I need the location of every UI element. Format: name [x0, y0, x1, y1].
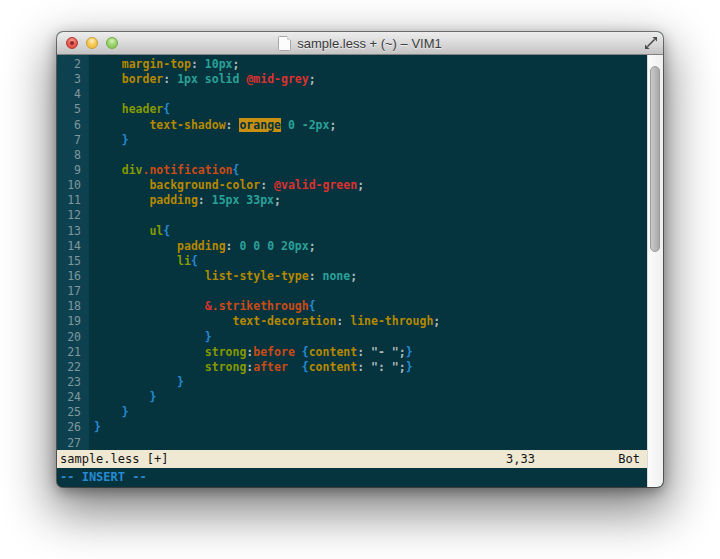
line-number: 5: [57, 102, 89, 117]
line-number: 20: [57, 330, 89, 345]
code-line: padding: 15px 33px;: [94, 193, 647, 208]
line-number: 15: [57, 254, 89, 269]
line-number: 21: [57, 345, 89, 360]
code-line: strong:after {content: ": ";}: [94, 360, 647, 375]
gutter: 2345678910111213141516171819202122232425…: [57, 55, 89, 450]
line-number: 12: [57, 208, 89, 223]
code-line: [94, 436, 647, 450]
code-editor[interactable]: 2345678910111213141516171819202122232425…: [57, 55, 647, 450]
code-line: }: [94, 420, 647, 435]
line-number: 23: [57, 375, 89, 390]
zoom-button[interactable]: [106, 37, 118, 49]
line-number: 16: [57, 269, 89, 284]
code-line: [94, 208, 647, 223]
line-number: 25: [57, 405, 89, 420]
vim-commandline: -- INSERT --: [57, 468, 647, 487]
code-line: }: [94, 133, 647, 148]
fullscreen-arrows-icon: [644, 36, 658, 50]
code-line: list-style-type: none;: [94, 269, 647, 284]
code-line: text-decoration: line-through;: [94, 314, 647, 329]
editor-column: 2345678910111213141516171819202122232425…: [57, 55, 647, 487]
code-line: header{: [94, 102, 647, 117]
code-line: margin-top: 10px;: [94, 57, 647, 72]
code-line: }: [94, 390, 647, 405]
window-title-group: sample.less + (~) – VIM1: [278, 36, 442, 51]
vim-statusline: sample.less [+] 3,33 Bot: [57, 450, 647, 468]
line-number: 13: [57, 224, 89, 239]
code-line: [94, 148, 647, 163]
line-number: 7: [57, 133, 89, 148]
line-number: 6: [57, 118, 89, 133]
line-number: 22: [57, 360, 89, 375]
line-number: 19: [57, 314, 89, 329]
insert-mode-indicator: -- INSERT --: [60, 470, 147, 484]
code-line: }: [94, 405, 647, 420]
line-number: 27: [57, 436, 89, 450]
document-icon: [278, 36, 291, 51]
line-number: 3: [57, 72, 89, 87]
code-lines: margin-top: 10px; border: 1px solid @mid…: [89, 55, 647, 450]
code-line: [94, 284, 647, 299]
code-line: }: [94, 375, 647, 390]
statusline-ruler: 3,33: [506, 450, 535, 468]
window-title: sample.less + (~) – VIM1: [297, 36, 442, 51]
line-number: 17: [57, 284, 89, 299]
line-number: 9: [57, 163, 89, 178]
code-line: }: [94, 330, 647, 345]
fullscreen-button[interactable]: [644, 36, 658, 50]
close-button[interactable]: [66, 37, 78, 49]
scrollbar-thumb[interactable]: [650, 66, 660, 252]
statusline-filename: sample.less [+]: [60, 452, 168, 466]
scrollbar-track[interactable]: [647, 55, 663, 487]
window-content: 2345678910111213141516171819202122232425…: [57, 55, 663, 487]
code-line: padding: 0 0 0 20px;: [94, 239, 647, 254]
line-number: 4: [57, 87, 89, 102]
code-line: &.strikethrough{: [94, 299, 647, 314]
code-line: div.notification{: [94, 163, 647, 178]
code-line: border: 1px solid @mid-grey;: [94, 72, 647, 87]
line-number: 18: [57, 299, 89, 314]
window-controls: [66, 37, 118, 49]
code-line: text-shadow: orange 0 -2px;: [94, 118, 647, 133]
code-line: [94, 87, 647, 102]
code-line: background-color: @valid-green;: [94, 178, 647, 193]
line-number: 24: [57, 390, 89, 405]
vim-window: sample.less + (~) – VIM1 234567891011121…: [57, 32, 663, 487]
line-number: 14: [57, 239, 89, 254]
desktop: sample.less + (~) – VIM1 234567891011121…: [0, 0, 720, 559]
line-number: 11: [57, 193, 89, 208]
line-number: 8: [57, 148, 89, 163]
statusline-scroll-position: Bot: [618, 450, 640, 468]
title-bar[interactable]: sample.less + (~) – VIM1: [57, 32, 663, 55]
code-line: ul{: [94, 224, 647, 239]
code-line: strong:before {content: "- ";}: [94, 345, 647, 360]
line-number: 2: [57, 57, 89, 72]
line-number: 26: [57, 420, 89, 435]
line-number: 10: [57, 178, 89, 193]
minimize-button[interactable]: [86, 37, 98, 49]
code-line: li{: [94, 254, 647, 269]
